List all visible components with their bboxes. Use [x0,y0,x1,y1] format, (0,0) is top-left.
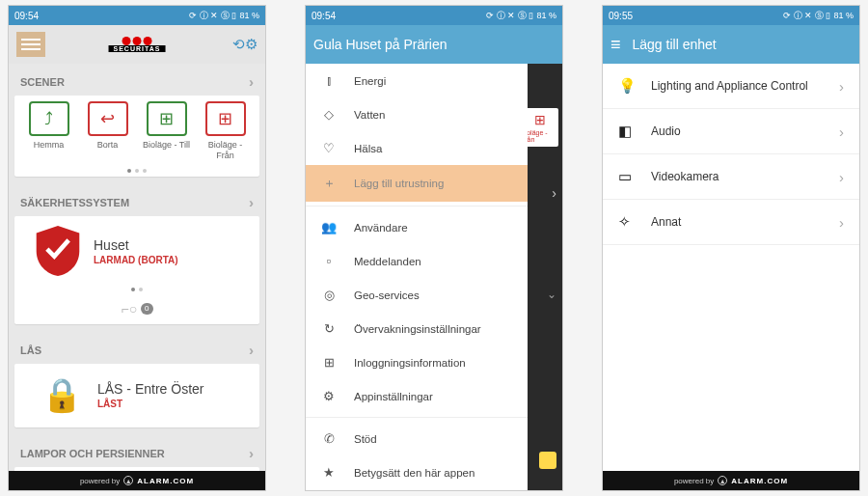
gear-icon: ⚙ [321,389,337,403]
lock-name: LÅS - Entre Öster [97,381,203,397]
star-icon: ★ [321,465,337,480]
chevron-right-icon: › [839,124,844,140]
page-indicator [14,165,259,177]
users-icon: 👥 [321,220,337,234]
lock-status: LÅST [97,399,203,409]
status-bar: 09:54 ⟳ ⓘ ✕ Ⓢ ▯81 % [9,6,265,25]
nav-drawer: ⫿Energi ◇Vatten ♡Hälsa ＋Lägg till utrust… [306,64,528,490]
settings-icon[interactable]: ⟲⚙ [232,36,258,53]
drawer-item-meddelanden[interactable]: ▫Meddelanden [306,244,528,278]
shield-icon [36,226,80,276]
scene-borta[interactable]: ↩ Borta [81,101,134,159]
drawer-item-halsa[interactable]: ♡Hälsa [306,131,528,165]
drop-icon: ◇ [321,107,337,122]
clock: 09:54 [312,11,336,21]
chevron-right-icon: › [839,214,844,231]
sparkle-icon: ✧ [618,213,636,231]
row-annat[interactable]: ✧ Annat › [603,200,859,245]
drawer-item-geo[interactable]: ◎Geo-services [306,278,528,312]
drawer-title: Gula Huset på Prärien [313,37,448,52]
chevron-right-icon: › [839,78,844,95]
away-icon: ↩ [88,101,128,136]
row-lighting[interactable]: 💡 Lighting and Appliance Control › [603,64,859,109]
app-bar: ≡ Lägg till enhet [603,25,859,64]
footer: powered by▲ALARM.COM [603,471,859,490]
clock: 09:55 [609,11,633,21]
home-icon: ⤴ [29,101,69,136]
speaker-icon: ◧ [618,123,636,140]
scene-bio-till[interactable]: ⊞ Bioläge - Till [140,101,193,159]
plus-icon: ＋ [321,175,337,192]
page-title: Lägg till enhet [633,37,852,52]
phone-icon: ✆ [321,431,337,446]
key-icon: ⌐○ [121,301,137,317]
drawer-item-login[interactable]: ⊞Inloggningsinformation [306,345,528,379]
scene-bio-fran[interactable]: ⊞ Bioläge - Från [199,101,252,159]
drawer-item-rate[interactable]: ★Betygsätt den här appen [306,455,528,489]
film-icon: ⊞ [147,101,187,136]
bg-bulb [539,452,556,469]
drawer-item-anvandare[interactable]: 👥Användare [306,210,528,244]
screen-home: 09:54 ⟳ ⓘ ✕ Ⓢ ▯81 % SECURITAS ⟲⚙ SCENER›… [8,5,266,491]
key-indicator[interactable]: ⌐○0 [14,295,259,324]
chevron-right-icon: › [249,73,254,90]
scene-hemma[interactable]: ⤴ Hemma [22,101,75,159]
lock-icon: 🔒 [41,375,82,414]
drawer-item-stod[interactable]: ✆Stöd [306,422,528,455]
page-indicator [14,284,259,295]
refresh-icon: ↻ [321,321,337,336]
row-videokamera[interactable]: ▭ Videokamera › [603,154,859,200]
security-card[interactable]: Huset LARMAD (BORTA) ⌐○0 [14,216,259,324]
lock-card[interactable]: 🔒 LÅS - Entre Öster LÅST [14,364,259,427]
scenes-header[interactable]: SCENER› [9,64,265,96]
drawer-item-add-equipment[interactable]: ＋Lägg till utrustning [306,165,528,202]
drawer-item-appsettings[interactable]: ⚙Appinställningar [306,379,528,413]
menu-button[interactable] [16,32,45,57]
drawer-item-vatten[interactable]: ◇Vatten [306,97,528,131]
add-device-list: 💡 Lighting and Appliance Control › ◧ Aud… [603,64,859,471]
footer: powered by▲ALARM.COM [9,471,265,490]
drawer-header: Gula Huset på Prärien [306,25,562,64]
clock: 09:54 [14,11,39,21]
status-bar: 09:55 ⟳ ⓘ ✕ Ⓢ ▯81 % [603,6,859,25]
camera-icon: ▭ [618,168,636,185]
lights-header[interactable]: LAMPOR OCH PERSIENNER› [9,435,265,467]
chevron-right-icon: › [249,194,254,210]
screen-add-device: 09:55 ⟳ ⓘ ✕ Ⓢ ▯81 % ≡ Lägg till enhet 💡 … [602,5,860,491]
bulb-icon: 💡 [618,77,636,95]
menu-button[interactable]: ≡ [610,35,621,55]
film-icon: ⊞ [205,101,246,136]
drawer-item-om[interactable]: ⓘOm [306,489,528,490]
scenes-card: ⤴ Hemma ↩ Borta ⊞ Bioläge - Till ⊞ Biolä… [14,96,259,177]
drawer-item-energi[interactable]: ⫿Energi [306,64,528,97]
chevron-right-icon: › [249,445,254,461]
status-bar: 09:54 ⟳ ⓘ ✕ Ⓢ ▯81 % [306,6,562,25]
app-bar: SECURITAS ⟲⚙ [9,25,265,64]
security-name: Huset [94,237,178,253]
locks-header[interactable]: LÅS› [9,332,265,364]
drawer-item-overvakning[interactable]: ↻Övervakningsinställningar [306,312,528,345]
heart-icon: ♡ [321,141,337,155]
chevron-right-icon: › [839,169,844,185]
row-audio[interactable]: ◧ Audio › [603,109,859,154]
grid-icon: ⊞ [321,355,337,370]
chart-icon: ⫿ [321,73,337,88]
screen-drawer: 09:54 ⟳ ⓘ ✕ Ⓢ ▯81 % Gula Huset på Prärie… [305,5,563,491]
target-icon: ◎ [321,288,337,302]
chevron-right-icon: › [249,342,254,358]
messages-icon: ▫ [321,254,337,268]
security-header[interactable]: SÄKERHETSSYSTEM› [9,184,265,216]
security-status: LARMAD (BORTA) [94,255,178,265]
home-content: SCENER› ⤴ Hemma ↩ Borta ⊞ Bioläge - Till… [9,64,265,471]
status-icons: ⟳ ⓘ ✕ Ⓢ ▯81 % [189,10,259,22]
logo: SECURITAS [109,37,166,52]
